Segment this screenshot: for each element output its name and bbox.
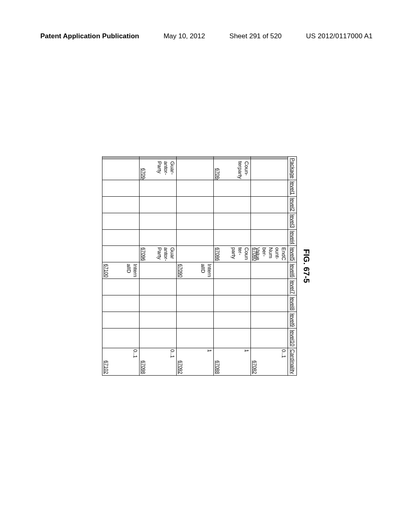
cell-package: Coun-terparty67084 <box>214 157 251 180</box>
page: Patent Application Publication May 10, 2… <box>0 0 413 532</box>
cell-cardinality: 167092 <box>177 348 214 375</box>
cell-package <box>177 157 214 180</box>
table-row: EndCount-Number-Value67080 0..167082 <box>251 157 288 376</box>
cell-cardinality: 167088 <box>214 348 251 375</box>
header-pub-label: Patent Application Publication <box>40 32 139 40</box>
col-header-package: Package <box>288 157 297 180</box>
col-header-level6: level6 <box>288 262 297 279</box>
table-row: InternalID67090 167092 <box>177 157 214 376</box>
col-header-level8: level8 <box>288 295 297 312</box>
cell-level6 <box>214 262 251 279</box>
cell-level6: InternalID67100 <box>102 262 140 279</box>
header-sheet: Sheet 291 of 520 <box>229 32 282 40</box>
cell-cardinality: 0..167102 <box>102 348 140 375</box>
cell-level5 <box>177 246 214 262</box>
col-header-level2: level2 <box>288 196 297 213</box>
cell-level6 <box>251 262 288 279</box>
cell-package: Guar-antor-Party67094 <box>140 157 177 180</box>
cell-level6: InternalID67090 <box>177 262 214 279</box>
cell-level5 <box>102 246 140 262</box>
col-header-level1: level1 <box>288 180 297 196</box>
col-header-level7: level7 <box>288 279 297 295</box>
cell-package <box>251 157 288 180</box>
table-header-row: Package level1 level2 level3 level4 leve… <box>288 157 297 376</box>
table-row: InternalID67100 0..167102 <box>102 157 140 376</box>
cell-level5: EndCount-Number-Value67080 <box>251 246 288 262</box>
cell-cardinality: 0..167082 <box>251 348 288 375</box>
cell-level6 <box>140 262 177 279</box>
table-row: Guar-antor-Party67094 Guarantor-Party670… <box>140 157 177 376</box>
header-pubno: US 2012/0117000 A1 <box>306 32 373 40</box>
cell-cardinality: 0..167098 <box>140 348 177 375</box>
cell-level5: Guarantor-Party67096 <box>140 246 177 262</box>
col-header-level9: level9 <box>288 312 297 328</box>
page-header: Patent Application Publication May 10, 2… <box>40 32 373 40</box>
cell-level5: Counter-party67086 <box>214 246 251 262</box>
col-header-level10: level10 <box>288 328 297 348</box>
col-header-level5: level5 <box>288 246 297 262</box>
col-header-level3: level3 <box>288 213 297 229</box>
figure-wrapper: FIG. 67-5 Package level1 level2 level3 l… <box>102 156 311 376</box>
figure-label: FIG. 67-5 <box>302 156 311 376</box>
cell-package <box>102 157 140 180</box>
col-header-level4: level4 <box>288 229 297 246</box>
hierarchy-table: Package level1 level2 level3 level4 leve… <box>102 156 297 376</box>
table-row: Coun-terparty67084 Counter-party67086 16… <box>214 157 251 376</box>
header-date: May 10, 2012 <box>163 32 205 40</box>
col-header-cardinality: Cardinality <box>288 348 297 375</box>
